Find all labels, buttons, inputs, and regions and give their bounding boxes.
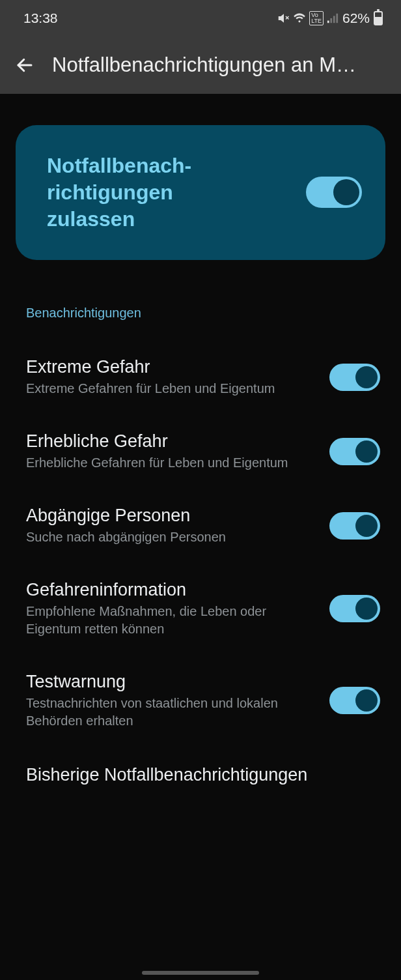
setting-testwarnung[interactable]: Testwarnung Testnachrichten von staatlic…: [16, 655, 385, 747]
setting-title: Extreme Gefahr: [26, 357, 314, 377]
nav-handle[interactable]: [142, 971, 259, 975]
section-label: Benachrichtigungen: [26, 306, 385, 321]
setting-title: Bisherige Notfallbenachrichtigungen: [26, 764, 380, 786]
setting-subtitle: Suche nach abgängigen Personen: [26, 528, 314, 546]
status-right: VoLTE 62%: [278, 10, 383, 26]
setting-erhebliche-gefahr[interactable]: Erhebliche Gefahr Erhebliche Gefahren fü…: [16, 414, 385, 489]
setting-extreme-gefahr[interactable]: Extreme Gefahr Extreme Gefahren für Lebe…: [16, 340, 385, 414]
setting-text: Testwarnung Testnachrichten von staatlic…: [26, 672, 314, 730]
setting-history[interactable]: Bisherige Notfallbenachrichtigungen: [16, 747, 385, 806]
setting-gefahreninformation[interactable]: Gefahreninformation Empfohlene Maßnahmen…: [16, 563, 385, 655]
signal-icon: [327, 13, 339, 23]
setting-title: Gefahreninformation: [26, 580, 314, 600]
toggle-testwarnung[interactable]: [329, 687, 380, 714]
setting-title: Erhebliche Gefahr: [26, 431, 314, 452]
setting-text: Abgängige Personen Suche nach abgängigen…: [26, 506, 314, 546]
volte-icon: VoLTE: [309, 11, 324, 25]
svg-rect-5: [336, 14, 338, 23]
mute-icon: [278, 12, 290, 24]
status-icons: VoLTE: [278, 11, 339, 25]
setting-title: Testwarnung: [26, 672, 314, 692]
content: Notfallbenach-richtigungen zulassen Bena…: [0, 94, 401, 806]
setting-text: Gefahreninformation Empfohlene Maßnahmen…: [26, 580, 314, 638]
back-button[interactable]: [9, 50, 40, 81]
toggle-gefahreninformation[interactable]: [329, 595, 380, 622]
wifi-icon: [293, 13, 306, 23]
setting-subtitle: Testnachrichten von staatlichen und loka…: [26, 695, 314, 730]
setting-text: Extreme Gefahr Extreme Gefahren für Lebe…: [26, 357, 314, 397]
status-bar: 13:38 VoLTE: [0, 0, 401, 36]
setting-subtitle: Extreme Gefahren für Leben und Eigentum: [26, 380, 314, 397]
master-toggle[interactable]: [306, 177, 362, 208]
setting-subtitle: Empfohlene Maßnahmen, die Leben oder Eig…: [26, 603, 314, 638]
toggle-extreme-gefahr[interactable]: [329, 364, 380, 391]
setting-subtitle: Erhebliche Gefahren für Leben und Eigent…: [26, 454, 314, 472]
setting-text: Bisherige Notfallbenachrichtigungen: [26, 764, 380, 789]
app-bar: Notfallbenachrichtigungen an M…: [0, 36, 401, 94]
setting-title: Abgängige Personen: [26, 506, 314, 526]
page-title: Notfallbenachrichtigungen an M…: [52, 53, 392, 77]
svg-rect-2: [327, 21, 329, 23]
toggle-abgaengige-personen[interactable]: [329, 512, 380, 540]
setting-abgaengige-personen[interactable]: Abgängige Personen Suche nach abgängigen…: [16, 489, 385, 563]
setting-text: Erhebliche Gefahr Erhebliche Gefahren fü…: [26, 431, 314, 472]
toggle-erhebliche-gefahr[interactable]: [329, 438, 380, 465]
master-toggle-card[interactable]: Notfallbenach-richtigungen zulassen: [16, 125, 385, 260]
battery-icon: [374, 11, 383, 25]
arrow-left-icon: [15, 55, 35, 75]
svg-rect-3: [330, 18, 332, 23]
master-toggle-label: Notfallbenach-richtigungen zulassen: [47, 152, 223, 233]
battery-percent: 62%: [342, 10, 370, 26]
status-time: 13:38: [23, 10, 58, 26]
svg-rect-4: [333, 16, 335, 23]
